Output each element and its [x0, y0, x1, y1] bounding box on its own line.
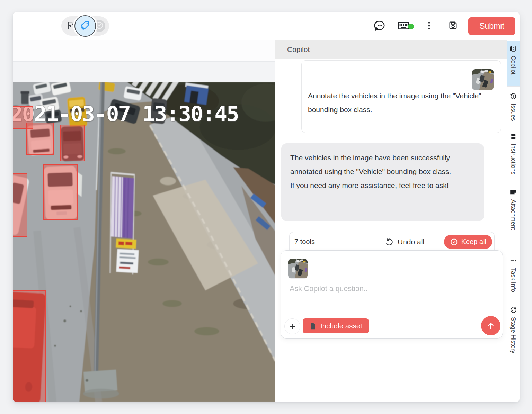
tab-copilot-label: Copilot	[510, 56, 517, 74]
info-icon	[510, 257, 517, 264]
kebab-icon	[424, 20, 434, 32]
tag-tool-button[interactable]	[74, 15, 96, 37]
add-attachment-button[interactable]	[284, 318, 300, 334]
include-asset-label: Include asset	[320, 322, 362, 330]
book-icon	[510, 133, 517, 140]
canvas-toolbar-strip	[13, 40, 275, 62]
undo-icon	[385, 237, 394, 246]
chat-bubble-icon	[373, 19, 386, 34]
composer-caret	[313, 267, 313, 276]
tab-task-info[interactable]: Task Info	[507, 253, 520, 302]
annotation-layer	[13, 82, 275, 402]
history-icon	[510, 306, 517, 314]
save-icon	[448, 20, 458, 32]
more-menu-button[interactable]	[422, 19, 436, 33]
tab-copilot[interactable]: Copilot	[507, 40, 520, 87]
tags-icon	[80, 20, 90, 32]
tab-instructions-label: Instructions	[510, 144, 517, 174]
status-dot	[408, 24, 414, 29]
tab-stage-history-label: Stage History	[510, 317, 517, 353]
message-asset-thumbnail[interactable]	[472, 69, 494, 90]
annotation-canvas[interactable]: 2021-03-07 13:30:45	[13, 82, 275, 402]
tab-task-info-label: Task Info	[510, 268, 517, 292]
copilot-panel-header: Copilot	[275, 40, 507, 59]
tab-issues[interactable]: Issues	[507, 88, 520, 128]
undo-all-label: Undo all	[398, 238, 424, 246]
vehicle-bounding-box[interactable]	[13, 173, 27, 237]
send-arrow-icon	[486, 321, 496, 331]
side-tab-strip: Copilot Issues	[507, 40, 520, 402]
tools-count-label: 7 tools	[294, 238, 315, 246]
app-window: Submit	[13, 12, 520, 402]
tab-attachment-label: Attachment	[510, 199, 517, 230]
vehicle-bounding-box[interactable]	[13, 290, 46, 402]
top-toolbar: Submit	[13, 12, 520, 40]
user-message-text: Annotate the vehicles in the image using…	[308, 89, 490, 117]
check-circle-icon	[95, 21, 104, 31]
composer-asset-thumbnail[interactable]	[288, 259, 308, 279]
tab-stage-history[interactable]: Stage History	[507, 302, 520, 362]
keep-check-icon	[450, 238, 458, 246]
submit-button[interactable]: Submit	[468, 17, 515, 35]
annotation-tool-pill	[61, 16, 109, 36]
copilot-panel: Copilot Annotate the vehicles in the ima…	[275, 40, 507, 402]
copilot-panel-title: Copilot	[287, 45, 310, 54]
file-attachment-icon	[510, 189, 517, 196]
vehicle-bounding-box[interactable]	[26, 123, 54, 155]
save-button[interactable]	[444, 17, 462, 35]
assistant-message-text: The vehicles in the image have been succ…	[290, 151, 453, 192]
keep-all-label: Keep all	[461, 238, 486, 246]
copilot-question-input[interactable]	[290, 285, 490, 305]
editor-canvas-pane: 2021-03-07 13:30:45	[13, 40, 275, 402]
file-icon	[309, 322, 317, 330]
bot-icon	[510, 45, 517, 52]
comment-icon	[510, 93, 517, 100]
vehicle-bounding-box[interactable]	[60, 125, 85, 161]
tab-issues-label: Issues	[510, 104, 517, 121]
include-asset-button[interactable]: Include asset	[303, 318, 369, 333]
vehicle-bounding-box[interactable]	[43, 164, 78, 220]
plus-icon	[288, 322, 296, 331]
copilot-composer: Include asset	[281, 250, 503, 339]
undo-all-button[interactable]: Undo all	[385, 235, 424, 249]
send-button[interactable]	[481, 316, 500, 335]
assistant-message-bubble: The vehicles in the image have been succ…	[281, 143, 484, 221]
tab-attachment[interactable]: Attachment	[507, 184, 520, 252]
user-message-card: Annotate the vehicles in the image using…	[301, 60, 501, 133]
comments-button[interactable]	[373, 19, 387, 33]
tab-instructions[interactable]: Instructions	[507, 128, 520, 183]
keep-all-button[interactable]: Keep all	[444, 235, 492, 249]
